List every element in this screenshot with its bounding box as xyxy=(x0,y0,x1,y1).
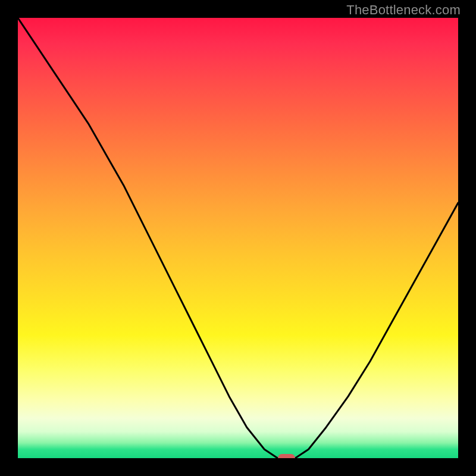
optimal-marker xyxy=(278,454,296,458)
plot-area xyxy=(18,18,458,458)
chart-frame: TheBottleneck.com xyxy=(0,0,476,476)
watermark-text: TheBottleneck.com xyxy=(346,2,461,18)
bottleneck-curve xyxy=(18,18,458,458)
